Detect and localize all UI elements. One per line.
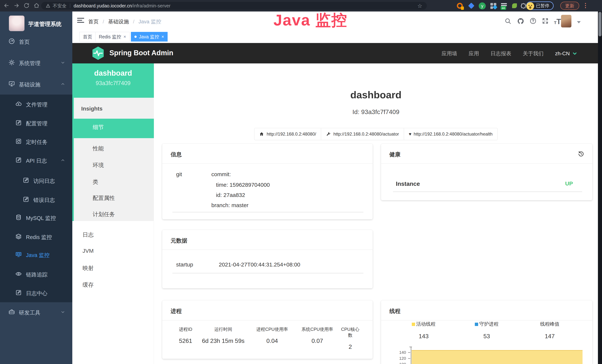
browser-reload-button[interactable] — [23, 2, 30, 9]
sidebar-item-java[interactable]: Java 监控 — [0, 245, 72, 264]
profile-paused-chip[interactable]: 已暂停 — [526, 1, 554, 10]
sidebar-item-file[interactable]: 文件管理 — [0, 95, 72, 113]
sba-nav-about[interactable]: 关于我们 — [523, 50, 544, 57]
paused-label: 已暂停 — [536, 3, 549, 9]
font-size-icon[interactable]: TT — [554, 17, 561, 25]
admin-sidebar: 芋道管理系统 首页 系统管理 基础设施 文件管理 配置管理 定时任务 API 日… — [0, 11, 72, 364]
sba-item-metrics[interactable]: 性能 — [74, 140, 154, 157]
sidebar-item-redis[interactable]: Redis 监控 — [0, 227, 72, 246]
sba-nav-journal[interactable]: 日志报表 — [491, 50, 511, 57]
github-icon[interactable] — [517, 17, 524, 25]
close-icon[interactable]: × — [161, 34, 164, 39]
sba-brand[interactable]: Spring Boot Admin — [109, 49, 173, 57]
row-divider — [172, 273, 363, 273]
sba-nav-applications[interactable]: 应用 — [469, 50, 479, 57]
wrench-icon — [326, 132, 331, 137]
scrollbar-thumb[interactable] — [599, 12, 602, 36]
sba-item-caches[interactable]: 缓存 — [72, 276, 154, 293]
browser-back-button[interactable] — [3, 2, 10, 9]
health-instance-label: Instance — [396, 181, 420, 187]
gear-icon — [8, 59, 15, 66]
annotation-overlay: Java 监控 — [273, 10, 347, 31]
actuator-url-button[interactable]: http://192.168.0.2:48080/actuator — [321, 128, 404, 140]
breadcrumb-home[interactable]: 首页 — [88, 19, 99, 24]
sidebar-item-home[interactable]: 首页 — [0, 32, 72, 50]
sidebar-item-mysql[interactable]: MySQL 监控 — [0, 208, 72, 227]
screen-icon — [15, 251, 22, 258]
sba-app-header[interactable]: dashboard 93a3fc7f7409 — [72, 64, 154, 98]
process-table: 进程ID5261 运行时间6d 23h 15m 59s 进程CPU使用率0.04… — [173, 326, 362, 350]
sidebar-item-devtool[interactable]: 研发工具 — [0, 303, 72, 321]
sba-item-jvm[interactable]: JVM — [72, 243, 154, 260]
cloud-upload-icon — [15, 100, 22, 107]
log-edit-icon — [23, 196, 29, 203]
metadata-key: startup — [176, 261, 193, 268]
extension-y-icon[interactable]: y — [479, 2, 486, 10]
sba-item-mappings[interactable]: 映射 — [72, 260, 154, 276]
sba-item-scheduledtasks[interactable]: 计划任务 — [74, 206, 154, 223]
sidebar-item-errorlog[interactable]: 错误日志 — [0, 190, 72, 209]
extension-pin-icon[interactable] — [468, 3, 475, 10]
address-bar[interactable]: 不安全 dashboard.yudao.iocoder.cn/infra/adm… — [41, 2, 427, 10]
page-title: dashboard — [154, 89, 598, 100]
health-url-button[interactable]: ♥ http://192.168.0.2:48080/actuator/heal… — [404, 128, 498, 140]
close-icon[interactable]: × — [123, 34, 126, 39]
search-icon[interactable] — [504, 17, 512, 25]
tab-redis[interactable]: Redis 监控 × — [95, 32, 129, 42]
sidebar-item-accesslog[interactable]: 访问日志 — [0, 171, 72, 190]
help-icon[interactable] — [529, 17, 537, 25]
edit-icon — [15, 119, 22, 126]
sba-main: dashboard Id: 93a3fc7f7409 http://192.16… — [154, 64, 598, 364]
home-icon — [259, 132, 264, 137]
browser-update-button[interactable]: 更新 — [560, 2, 579, 10]
sidebar-item-trace[interactable]: 链路追踪 — [0, 265, 72, 283]
layers-icon — [15, 233, 22, 240]
extension-tampermonkey-icon[interactable]: on — [501, 2, 508, 10]
sba-item-details[interactable]: 细节 — [74, 119, 154, 138]
info-card: 信息 git commit: time: 1596289704000 id: 2… — [162, 144, 373, 219]
bookmark-star-icon[interactable]: ☆ — [417, 3, 422, 9]
app-title: 芋道管理系统 — [28, 20, 62, 28]
gauge-icon — [8, 38, 15, 44]
instance-id: Id: 93a3fc7f7409 — [154, 108, 598, 116]
sidebar-item-apilog[interactable]: API 日志 — [0, 151, 72, 169]
breadcrumb-infra[interactable]: 基础设施 — [108, 19, 129, 24]
hamburger-icon[interactable] — [77, 18, 84, 24]
log-edit-icon — [15, 289, 22, 296]
extension-leaf-icon[interactable] — [511, 3, 518, 11]
sidebar-item-system[interactable]: 系统管理 — [0, 53, 72, 72]
sidebar-item-config[interactable]: 配置管理 — [0, 114, 72, 132]
threads-legend: 活动线程 143 守护进程 53 线程峰值 147 — [392, 321, 581, 340]
sidebar-item-job[interactable]: 定时任务 — [0, 132, 72, 150]
page-scrollbar[interactable] — [598, 11, 602, 364]
tab-java[interactable]: Java 监控 × — [131, 32, 168, 42]
sba-item-configprops[interactable]: 配置属性 — [74, 190, 154, 206]
browser-forward-button[interactable] — [13, 2, 20, 9]
browser-menu-icon[interactable]: ⋮ — [582, 2, 589, 9]
row-divider — [393, 192, 582, 192]
extension-grid-icon[interactable] — [490, 2, 497, 10]
sba-language-select[interactable]: zh-CN — [555, 51, 578, 57]
fullscreen-icon[interactable] — [542, 17, 549, 25]
service-url-button[interactable]: http://192.168.0.2:48080/ — [254, 128, 321, 140]
extension-translate-icon[interactable] — [456, 2, 463, 10]
user-avatar[interactable] — [561, 15, 571, 27]
tab-home[interactable]: 首页 — [79, 32, 96, 42]
metadata-card-title: 元数据 — [171, 237, 187, 245]
health-card-title: 健康 — [389, 151, 400, 158]
sba-sidebar: dashboard 93a3fc7f7409 Insights 细节 性能 环境… — [72, 64, 154, 364]
info-card-title: 信息 — [171, 151, 182, 158]
history-icon[interactable] — [578, 150, 585, 157]
sba-item-classes[interactable]: 类 — [74, 173, 154, 190]
sidebar-logo[interactable]: 芋道管理系统 — [0, 11, 72, 35]
sidebar-item-logcenter[interactable]: 日志中心 — [0, 283, 72, 302]
browser-home-button[interactable] — [33, 2, 40, 9]
row-divider — [172, 212, 363, 212]
avatar-caret-icon[interactable] — [577, 21, 581, 23]
sba-header: Spring Boot Admin 应用墙 应用 日志报表 关于我们 zh-CN — [72, 43, 598, 64]
sba-item-logs[interactable]: 日志 — [72, 226, 154, 243]
sba-app-name: dashboard — [72, 69, 154, 77]
sba-nav-wallboard[interactable]: 应用墙 — [442, 50, 457, 57]
sidebar-item-infra[interactable]: 基础设施 — [0, 75, 72, 93]
sba-item-environment[interactable]: 环境 — [74, 157, 154, 173]
